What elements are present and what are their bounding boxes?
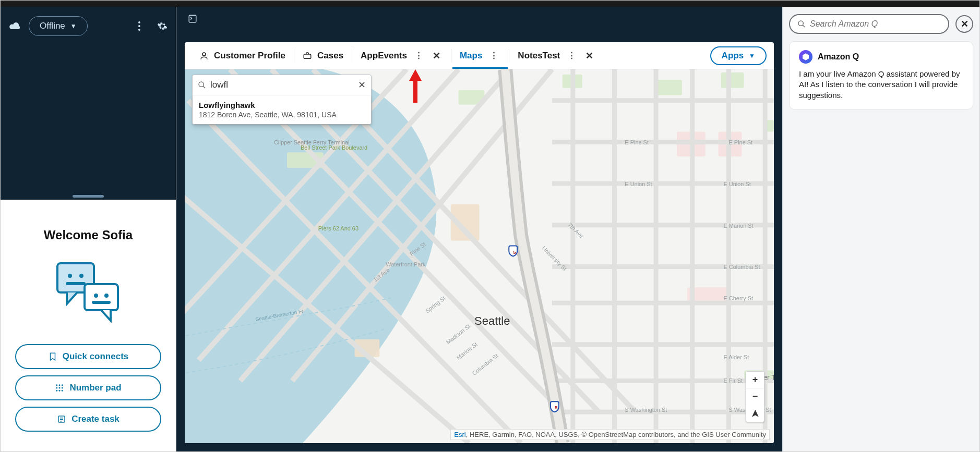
- suggestion-name: Lowflyinghawk: [199, 101, 365, 109]
- tab-menu-icon[interactable]: ⋮: [487, 50, 500, 61]
- tab-separator: [451, 49, 451, 63]
- svg-text:5: 5: [555, 405, 558, 410]
- clear-search-icon[interactable]: ✕: [358, 79, 366, 91]
- workspace: Customer Profile Cases AppEvents ⋮ ✕: [185, 42, 774, 443]
- svg-point-22: [202, 53, 206, 56]
- tab-notes-test[interactable]: NotesTest ⋮ ✕: [510, 42, 603, 69]
- attr-esri[interactable]: Esri: [454, 431, 465, 438]
- svg-point-2: [138, 29, 140, 31]
- svg-point-14: [56, 387, 58, 389]
- svg-text:E Union St: E Union St: [625, 181, 652, 187]
- search-icon: [797, 20, 806, 28]
- create-task-button[interactable]: Create task: [15, 407, 161, 432]
- svg-text:Waterfront Park: Waterfront Park: [386, 261, 426, 267]
- svg-rect-7: [85, 284, 118, 310]
- dialpad-icon: [55, 383, 64, 393]
- svg-point-12: [59, 384, 61, 386]
- amazon-q-logo-icon: [799, 50, 812, 64]
- map-search-panel: ✕ Lowflyinghawk 1812 Boren Ave, Seattle,…: [192, 75, 372, 125]
- svg-point-91: [798, 21, 803, 26]
- chevron-down-icon: ▼: [70, 22, 77, 30]
- amazon-q-close-button[interactable]: ✕: [955, 15, 973, 33]
- svg-point-8: [94, 294, 98, 298]
- tab-separator: [294, 49, 294, 63]
- svg-point-1: [138, 25, 140, 27]
- svg-line-92: [803, 25, 805, 27]
- svg-point-16: [62, 387, 63, 389]
- amazon-q-body: I am your live Amazon Q assistant powere…: [799, 69, 963, 101]
- svg-rect-28: [721, 72, 744, 88]
- svg-point-9: [104, 294, 109, 298]
- svg-point-5: [79, 274, 83, 278]
- amazon-q-card: Amazon Q I am your live Amazon Q assista…: [789, 41, 973, 109]
- zoom-out-button[interactable]: −: [746, 388, 764, 405]
- briefcase-icon: [303, 51, 312, 60]
- chevron-down-icon: ▼: [749, 52, 755, 59]
- svg-text:Piers 62 And 63: Piers 62 And 63: [318, 225, 358, 231]
- apps-dropdown[interactable]: Apps ▼: [710, 46, 767, 65]
- svg-text:E Alder St: E Alder St: [724, 354, 749, 360]
- tab-menu-icon[interactable]: ⋮: [565, 50, 578, 61]
- suggestion-address: 1812 Boren Ave, Seattle, WA, 98101, USA: [199, 111, 365, 119]
- number-pad-button[interactable]: Number pad: [15, 375, 161, 400]
- settings-gear-icon[interactable]: [157, 21, 168, 31]
- map-search-suggestion[interactable]: Lowflyinghawk 1812 Boren Ave, Seattle, W…: [193, 95, 371, 124]
- svg-marker-90: [409, 69, 422, 103]
- agent-status-dropdown[interactable]: Offline ▼: [29, 16, 88, 36]
- workspace-menu-icon[interactable]: [187, 13, 198, 25]
- agent-status-label: Offline: [40, 21, 65, 31]
- svg-rect-27: [656, 80, 682, 95]
- svg-text:Bell Street Park Boulevard: Bell Street Park Boulevard: [301, 144, 367, 151]
- svg-point-4: [68, 274, 72, 278]
- tab-close-icon[interactable]: ✕: [431, 50, 443, 62]
- compass-button[interactable]: ➤: [747, 405, 763, 422]
- tab-cases[interactable]: Cases: [295, 42, 351, 69]
- svg-point-19: [62, 390, 63, 392]
- left-panel: Offline ▼ Welcome Sofia: [1, 7, 176, 451]
- svg-rect-10: [92, 301, 111, 304]
- map-attribution: Esri, HERE, Garmin, FAO, NOAA, USGS, © O…: [450, 429, 770, 440]
- amazon-q-search-input[interactable]: [810, 19, 941, 29]
- svg-marker-93: [803, 53, 809, 60]
- svg-text:E Marion St: E Marion St: [724, 223, 754, 229]
- chat-illustration: [54, 260, 122, 323]
- svg-rect-6: [66, 282, 86, 285]
- quick-connects-button[interactable]: Quick connects: [15, 344, 161, 369]
- svg-point-0: [138, 21, 140, 23]
- svg-point-18: [59, 390, 61, 392]
- tab-separator: [509, 49, 509, 63]
- svg-text:5: 5: [513, 249, 516, 255]
- tab-separator: [352, 49, 352, 63]
- map-city-label: Seattle: [474, 314, 510, 328]
- svg-point-13: [62, 384, 63, 386]
- svg-point-88: [199, 82, 204, 87]
- panel-drag-handle[interactable]: [73, 195, 104, 198]
- tab-maps[interactable]: Maps ⋮: [452, 42, 508, 69]
- agent-header: Offline ▼: [1, 7, 176, 200]
- person-icon: [199, 51, 209, 60]
- tab-app-events[interactable]: AppEvents ⋮ ✕: [353, 42, 450, 69]
- tab-customer-profile[interactable]: Customer Profile: [192, 42, 293, 69]
- svg-text:E Cherry St: E Cherry St: [724, 295, 754, 301]
- zoom-in-button[interactable]: +: [746, 372, 764, 388]
- window-top-strip: [1, 1, 979, 7]
- svg-text:E Columbia St: E Columbia St: [724, 264, 760, 270]
- map-search-input[interactable]: [210, 80, 354, 90]
- attr-rest: , HERE, Garmin, FAO, NOAA, USGS, © OpenS…: [466, 431, 766, 438]
- connect-cloud-icon: [9, 21, 21, 31]
- tab-menu-icon[interactable]: ⋮: [412, 50, 425, 61]
- amazon-q-panel: ✕ Amazon Q I am your live Amazon Q assis…: [782, 7, 979, 451]
- tab-close-icon[interactable]: ✕: [583, 50, 595, 62]
- amazon-q-search[interactable]: [789, 14, 949, 34]
- svg-rect-23: [304, 54, 311, 58]
- bookmark-icon: [48, 352, 57, 361]
- welcome-heading: Welcome Sofia: [44, 228, 133, 242]
- overflow-menu-icon[interactable]: [134, 21, 145, 31]
- map-canvas[interactable]: 5 5 E Pine St E Pine St E Union St: [185, 69, 774, 443]
- svg-text:E Union St: E Union St: [724, 181, 751, 187]
- tab-bar: Customer Profile Cases AppEvents ⋮ ✕: [185, 42, 774, 69]
- svg-rect-21: [189, 15, 196, 22]
- svg-text:E Pine St: E Pine St: [625, 139, 649, 145]
- svg-text:S Washington St: S Washington St: [625, 407, 667, 413]
- svg-text:E Pine St: E Pine St: [729, 139, 753, 145]
